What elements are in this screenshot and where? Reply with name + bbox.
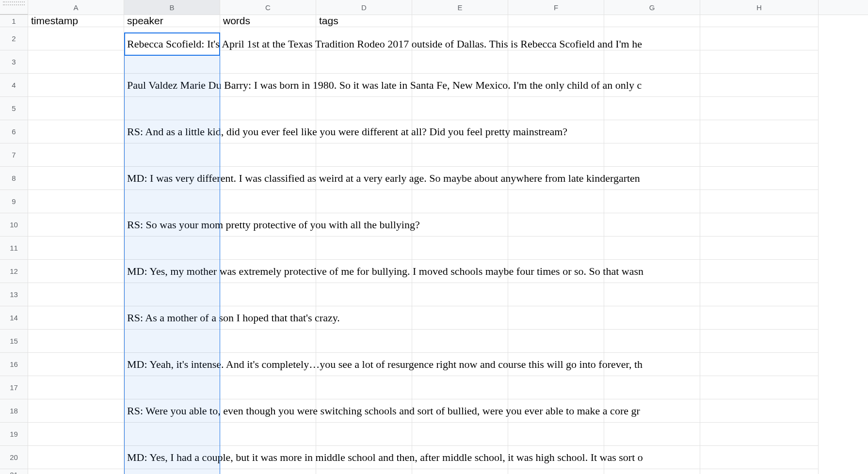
cell[interactable] [28,74,124,97]
cell[interactable]: RS: As a mother of a son I hoped that th… [124,306,220,330]
cell[interactable] [700,50,819,74]
cell[interactable] [700,213,819,237]
cell[interactable]: words [220,15,316,27]
row-header[interactable]: 1 [0,15,28,27]
row-header[interactable]: 7 [0,143,28,167]
cell[interactable] [28,330,124,353]
cell[interactable] [28,446,124,469]
cell[interactable] [604,50,700,74]
column-header-h[interactable]: H [700,0,819,15]
cell[interactable] [28,27,124,50]
cell[interactable] [604,190,700,213]
row-header[interactable]: 4 [0,74,28,97]
cell[interactable]: RS: And as a little kid, did you ever fe… [124,120,220,143]
cell[interactable] [220,237,316,260]
cell[interactable] [412,50,508,74]
cell[interactable] [124,97,220,120]
cell[interactable] [28,399,124,423]
cell[interactable] [124,190,220,213]
cell[interactable] [220,469,316,474]
cell[interactable] [412,97,508,120]
cell[interactable] [220,143,316,167]
cell[interactable] [124,237,220,260]
cell[interactable]: MD: Yeah, it's intense. And it's complet… [124,353,220,376]
cell[interactable] [508,97,604,120]
cell[interactable] [220,330,316,353]
cell[interactable] [700,120,819,143]
cell[interactable] [412,376,508,399]
cell[interactable] [700,167,819,190]
cell[interactable] [28,50,124,74]
cell[interactable] [412,143,508,167]
cell[interactable] [316,143,412,167]
cell[interactable] [316,237,412,260]
column-header-e[interactable]: E [412,0,508,15]
cell[interactable] [508,50,604,74]
cell[interactable] [508,283,604,306]
cell[interactable] [412,237,508,260]
cell[interactable] [700,237,819,260]
cell[interactable] [700,27,819,50]
row-header[interactable]: 19 [0,423,28,446]
row-header[interactable]: 5 [0,97,28,120]
cell[interactable] [508,423,604,446]
cell[interactable] [604,237,700,260]
cell[interactable]: speaker [124,15,220,27]
row-header[interactable]: 8 [0,167,28,190]
cell[interactable] [700,97,819,120]
cell[interactable] [316,27,412,50]
cell[interactable] [604,306,700,330]
cell[interactable] [700,353,819,376]
cell[interactable] [28,190,124,213]
cell[interactable] [604,283,700,306]
cell[interactable] [220,283,316,306]
cell[interactable] [124,376,220,399]
cell[interactable]: Paul Valdez Marie Du Barry: I was born i… [124,74,220,97]
cell[interactable] [700,15,819,27]
cell[interactable]: MD: Yes, I had a couple, but it was more… [124,446,220,469]
cell[interactable] [124,50,220,74]
cell[interactable] [28,167,124,190]
cell[interactable] [508,27,604,50]
cell[interactable]: RS: So was your mom pretty protective of… [124,213,220,237]
cell[interactable] [604,330,700,353]
cell[interactable] [124,143,220,167]
cell[interactable] [604,469,700,474]
row-header[interactable]: 11 [0,237,28,260]
cell[interactable] [28,97,124,120]
cell[interactable] [28,376,124,399]
column-header-g[interactable]: G [604,0,700,15]
cell[interactable] [700,330,819,353]
cell[interactable]: timestamp [28,15,124,27]
row-header[interactable]: 21 [0,469,28,474]
cell[interactable] [124,330,220,353]
cell[interactable] [28,237,124,260]
row-header[interactable]: 2 [0,27,28,50]
cell[interactable] [28,213,124,237]
cell[interactable] [700,446,819,469]
row-header[interactable]: 20 [0,446,28,469]
row-header[interactable]: 13 [0,283,28,306]
cell[interactable] [508,15,604,27]
row-header[interactable]: 15 [0,330,28,353]
cell[interactable] [700,143,819,167]
cell[interactable] [604,143,700,167]
row-header[interactable]: 6 [0,120,28,143]
column-header-c[interactable]: C [220,0,316,15]
row-header[interactable]: 18 [0,399,28,423]
column-header-a[interactable]: A [28,0,124,15]
select-all-corner[interactable] [0,0,28,15]
cell[interactable] [508,330,604,353]
cell[interactable] [412,330,508,353]
cell[interactable] [508,213,604,237]
cell[interactable] [316,423,412,446]
row-header[interactable]: 3 [0,50,28,74]
cell[interactable] [700,376,819,399]
cell[interactable] [412,423,508,446]
cell[interactable] [412,213,508,237]
cell[interactable]: MD: I was very different. I was classifi… [124,167,220,190]
cell[interactable] [604,376,700,399]
cell[interactable] [28,469,124,474]
cell[interactable] [508,376,604,399]
cell[interactable] [28,143,124,167]
